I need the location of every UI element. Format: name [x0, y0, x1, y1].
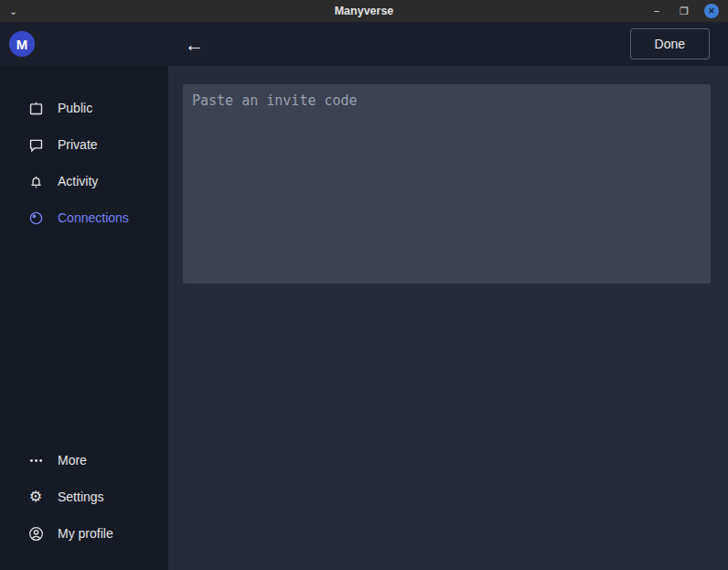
profile-icon [27, 525, 44, 542]
activity-icon [27, 173, 44, 189]
private-icon [27, 136, 44, 153]
window-title: Manyverse [0, 5, 728, 17]
sidebar-item-activity[interactable]: Activity [0, 163, 168, 199]
sidebar-item-label: Connections [58, 210, 129, 225]
sidebar-item-connections[interactable]: Connections [0, 199, 168, 236]
public-icon [27, 100, 44, 116]
sidebar-item-public[interactable]: Public [0, 90, 168, 126]
sidebar-item-label: Public [58, 101, 92, 115]
more-icon [27, 452, 44, 468]
connections-icon [27, 210, 44, 226]
done-button[interactable]: Done [630, 28, 710, 59]
invite-code-input[interactable] [183, 84, 711, 284]
settings-icon: ⚙ [27, 489, 44, 505]
close-button[interactable]: ✕ [704, 4, 719, 18]
sidebar-item-settings[interactable]: ⚙ Settings [0, 479, 168, 515]
sidebar-item-label: More [58, 453, 87, 468]
sidebar: Public Private Activity [0, 66, 168, 570]
window-menu-chevron-icon[interactable]: ⌄ [9, 5, 17, 17]
manyverse-logo-icon[interactable]: M [9, 31, 35, 57]
sidebar-item-label: Activity [58, 174, 98, 188]
sidebar-spacer [0, 236, 168, 442]
sidebar-item-my-profile[interactable]: My profile [0, 515, 168, 552]
content-row: Public Private Activity [0, 66, 728, 570]
restore-button[interactable]: ❐ [677, 4, 691, 18]
window-controls: − ❐ ✕ [649, 4, 728, 18]
app-header: M ← Done [0, 22, 728, 66]
sidebar-item-label: My profile [58, 526, 113, 541]
sidebar-item-private[interactable]: Private [0, 126, 168, 163]
sidebar-item-more[interactable]: More [0, 442, 168, 479]
sidebar-item-label: Settings [58, 489, 104, 504]
titlebar: ⌄ Manyverse − ❐ ✕ [0, 0, 728, 22]
main-area [168, 66, 728, 570]
minimize-button[interactable]: − [649, 4, 664, 18]
sidebar-item-label: Private [58, 137, 98, 152]
back-arrow-icon[interactable]: ← [185, 35, 204, 54]
